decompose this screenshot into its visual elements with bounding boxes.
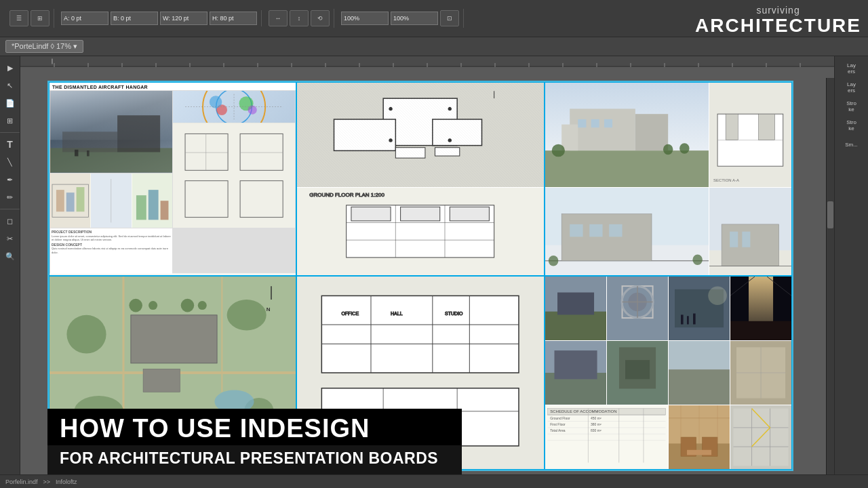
toolbar-btn-3[interactable]: ↔ [269, 10, 288, 26]
photo1-svg [545, 277, 606, 340]
tool-pencil[interactable]: ✏ [3, 190, 18, 205]
right-tool-stroke[interactable]: Stroke [840, 98, 864, 115]
floor-plan-top [297, 83, 543, 187]
scrollbar-vertical[interactable] [826, 78, 834, 488]
toolbar-input-4[interactable] [210, 12, 257, 25]
svg-point-125 [129, 299, 142, 312]
main-exterior-render [545, 83, 709, 187]
tool-zoom[interactable]: 🔍 [3, 249, 18, 264]
right-tool-layers2[interactable]: Layers [840, 79, 864, 96]
notes-area: PROJECT DESCRIPTION Lorem ipsum dolor si… [50, 228, 172, 274]
toolbar-input-6[interactable] [391, 12, 438, 25]
ruler-top: | [20, 56, 834, 67]
svg-text:OFFICE: OFFICE [342, 311, 359, 316]
toolbar-btn-1[interactable]: ☰ [9, 10, 28, 26]
toolbar-input-1[interactable] [61, 12, 108, 25]
photo-5 [545, 341, 606, 405]
svg-text:HALL: HALL [391, 311, 403, 316]
svg-rect-42 [240, 134, 283, 170]
svg-point-127 [181, 299, 195, 312]
svg-rect-86 [591, 119, 599, 127]
photo-4 [730, 277, 791, 340]
tool-text[interactable]: T [3, 137, 18, 152]
toolbar-group-3: ↔ ↕ ⟲ [264, 9, 334, 28]
tool-select[interactable]: ▶ [3, 60, 18, 75]
brand-surviving-text: surviving [695, 5, 861, 16]
bottom-info-page: Infoloftz [56, 479, 77, 485]
page-cell-2: GROUND FLOOR PLAN 1:200 [296, 82, 544, 276]
photo8-svg [730, 341, 791, 405]
svg-rect-81 [570, 109, 635, 151]
toolbar-input-2[interactable] [111, 12, 158, 25]
svg-text:830 m²: 830 m² [591, 428, 601, 432]
svg-point-120 [66, 315, 106, 354]
svg-rect-118 [131, 315, 217, 363]
photo-1 [545, 277, 606, 340]
photo11-svg [730, 405, 791, 469]
svg-point-88 [551, 144, 564, 157]
svg-rect-178 [625, 360, 650, 379]
svg-point-128 [198, 301, 207, 310]
tool-pen[interactable]: ✒ [3, 172, 18, 187]
svg-text:First Floor: First Floor [550, 422, 566, 426]
svg-text:SCHEDULE OF ACCOMMODATION: SCHEDULE OF ACCOMMODATION [550, 409, 616, 413]
elevation-bottom-row: NORTH ELEVATION 1:200 [545, 188, 791, 275]
small-plans [173, 123, 295, 228]
svg-rect-165 [693, 314, 696, 325]
tool-page[interactable]: 📄 [3, 96, 18, 110]
tool-gap[interactable]: ⊞ [3, 113, 18, 128]
svg-rect-51 [77, 187, 85, 211]
photo5-svg [545, 341, 606, 405]
toolbar-input-5[interactable] [341, 12, 389, 25]
svg-rect-163 [681, 314, 684, 324]
toolbar-btn-2[interactable]: ⊞ [31, 10, 50, 26]
svg-rect-85 [578, 119, 586, 127]
svg-rect-106 [589, 224, 602, 237]
tool-rect[interactable]: ◻ [3, 214, 18, 228]
svg-rect-50 [66, 192, 75, 211]
right-tool-swatch[interactable]: Sm... [840, 136, 864, 152]
right-tool-layers[interactable]: Layers [840, 60, 864, 77]
photo3-svg [669, 277, 730, 340]
floor-plan-bottom: GROUND FLOOR PLAN 1:200 [297, 188, 543, 275]
photo-10 [669, 405, 730, 469]
file-tab[interactable]: *PorteLindf ◊ 17% ▾ [5, 40, 83, 53]
right-tool-stroke2[interactable]: Stroke [840, 117, 864, 134]
scrollbar-thumb[interactable] [827, 201, 833, 228]
tool-scissors[interactable]: ✂ [3, 231, 18, 246]
bottom-status-bar: Porfelin.indf >> Infoloftz [0, 474, 868, 488]
analysis-1 [50, 174, 90, 228]
analysis-svg-2 [91, 174, 131, 228]
diagram-svg [173, 91, 295, 123]
tool-direct-select[interactable]: ↖ [3, 78, 18, 93]
svg-text:SECTION A-A: SECTION A-A [713, 178, 739, 182]
photo-collage-grid: SCHEDULE OF ACCOMMODATION [545, 277, 791, 469]
svg-rect-87 [604, 119, 612, 127]
svg-rect-175 [554, 350, 597, 379]
floor-plan-top-svg [297, 83, 543, 187]
right-toolbar: Layers Layers Stroke Stroke Sm... [834, 56, 868, 488]
svg-point-166 [708, 286, 727, 305]
photo-8 [730, 341, 791, 405]
toolbar-btn-6[interactable]: ⊡ [440, 10, 459, 26]
svg-text:N: N [267, 306, 271, 312]
svg-rect-209 [687, 450, 711, 455]
svg-point-126 [149, 301, 157, 310]
toolbar-btn-4[interactable]: ↕ [290, 10, 309, 26]
svg-rect-100 [561, 214, 652, 261]
notes-heading: PROJECT DESCRIPTION [52, 230, 171, 234]
svg-rect-152 [545, 312, 606, 340]
elevation-side-svg [709, 188, 791, 275]
analysis-3 [132, 174, 172, 228]
toolbar-group-1: ☰ ⊞ [5, 9, 54, 28]
tool-line[interactable]: ╲ [3, 155, 18, 169]
svg-rect-49 [56, 190, 64, 211]
svg-rect-80 [545, 150, 709, 187]
svg-rect-94 [726, 114, 738, 140]
toolbar-btn-5[interactable]: ⟲ [311, 10, 330, 26]
document-area: THE DISMANTLED AIRCRAFT HANGAR [44, 77, 797, 474]
main-layout: ▶ ↖ 📄 ⊞ T ╲ ✒ ✏ ◻ ✂ 🔍 | [0, 56, 868, 488]
tool-separator2 [0, 209, 20, 209]
photo-9: SCHEDULE OF ACCOMMODATION [545, 405, 668, 469]
toolbar-input-3[interactable] [160, 12, 208, 25]
